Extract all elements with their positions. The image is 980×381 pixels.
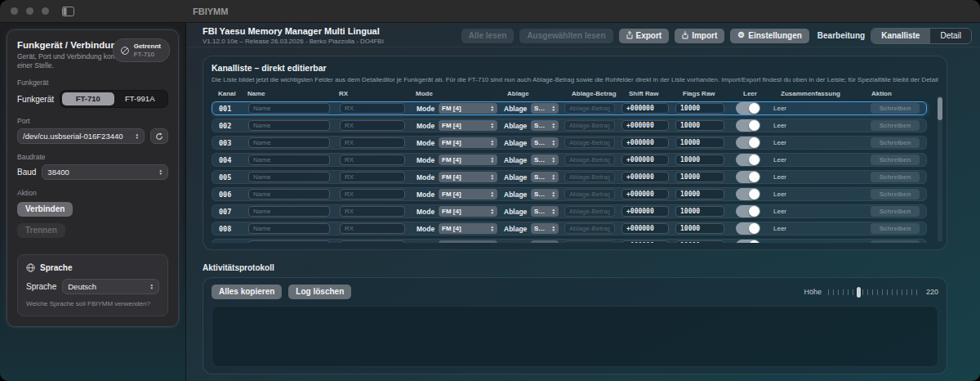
write-button[interactable]: Schreiben bbox=[871, 103, 920, 114]
shift-raw-input[interactable] bbox=[621, 223, 669, 234]
ablage-select[interactable]: S… ▲▼ bbox=[531, 120, 559, 131]
sidebar-toggle-icon[interactable] bbox=[62, 7, 74, 16]
rx-input[interactable] bbox=[340, 172, 405, 182]
name-input[interactable] bbox=[248, 189, 330, 199]
ablage-betrag-input[interactable] bbox=[564, 206, 615, 217]
leer-toggle[interactable] bbox=[736, 154, 760, 166]
mode-select[interactable]: FM [4] ▲▼ bbox=[439, 103, 497, 114]
flags-raw-input[interactable] bbox=[675, 137, 724, 148]
shift-raw-input[interactable] bbox=[621, 137, 669, 148]
table-row[interactable]: 004 Mode FM [4] ▲▼ Ablage S… ▲▼ Leer Sch… bbox=[212, 153, 927, 167]
ablage-betrag-input[interactable] bbox=[564, 172, 615, 182]
zoom-button[interactable] bbox=[42, 7, 49, 15]
ablage-select[interactable]: S… ▲▼ bbox=[531, 223, 559, 234]
rx-input[interactable] bbox=[340, 103, 405, 114]
write-button[interactable]: Schreiben bbox=[871, 223, 920, 234]
clear-log-button[interactable]: Log löschen bbox=[288, 285, 351, 299]
table-row[interactable]: 003 Mode FM [4] ▲▼ Ablage S… ▲▼ Leer Sch… bbox=[212, 136, 927, 150]
write-button[interactable]: Schreiben bbox=[871, 240, 920, 243]
mode-select[interactable]: FM [4] ▲▼ bbox=[439, 240, 497, 243]
table-scrollbar-thumb[interactable] bbox=[938, 97, 942, 120]
name-input[interactable] bbox=[248, 223, 330, 234]
ablage-betrag-input[interactable] bbox=[564, 240, 615, 243]
mode-select[interactable]: FM [4] ▲▼ bbox=[439, 206, 497, 217]
import-button[interactable]: Import bbox=[675, 29, 724, 43]
name-input[interactable] bbox=[248, 120, 330, 131]
rx-input[interactable] bbox=[340, 155, 405, 165]
flags-raw-input[interactable] bbox=[675, 240, 724, 243]
shift-raw-input[interactable] bbox=[621, 155, 669, 165]
language-select[interactable]: Deutsch ▲▼ bbox=[62, 279, 159, 294]
baud-select[interactable]: 38400 ▲▼ bbox=[42, 164, 168, 180]
device-option-ft710[interactable]: FT-710 bbox=[62, 92, 114, 105]
leer-toggle[interactable] bbox=[736, 137, 760, 149]
copy-all-button[interactable]: Alles kopieren bbox=[212, 285, 282, 299]
ablage-betrag-input[interactable] bbox=[564, 137, 615, 148]
mode-select[interactable]: FM [4] ▲▼ bbox=[439, 172, 497, 182]
shift-raw-input[interactable] bbox=[621, 189, 669, 199]
leer-toggle[interactable] bbox=[736, 171, 760, 183]
flags-raw-input[interactable] bbox=[675, 223, 724, 234]
flags-raw-input[interactable] bbox=[675, 206, 724, 217]
minimize-button[interactable] bbox=[26, 7, 33, 15]
leer-toggle[interactable] bbox=[736, 222, 760, 235]
leer-toggle[interactable] bbox=[736, 240, 760, 243]
write-button[interactable]: Schreiben bbox=[871, 206, 920, 217]
ablage-betrag-input[interactable] bbox=[564, 189, 615, 199]
tab-kanalliste[interactable]: Kanalliste bbox=[871, 29, 929, 43]
refresh-ports-button[interactable] bbox=[150, 128, 168, 144]
write-button[interactable]: Schreiben bbox=[871, 155, 920, 165]
port-select[interactable]: /dev/cu.usbserial-016F23440 ▲▼ bbox=[17, 128, 145, 144]
mode-select[interactable]: FM [4] ▲▼ bbox=[439, 120, 497, 131]
shift-raw-input[interactable] bbox=[621, 103, 669, 114]
flags-raw-input[interactable] bbox=[675, 103, 724, 114]
mode-select[interactable]: FM [4] ▲▼ bbox=[439, 137, 497, 148]
read-selected-button[interactable]: Ausgewählten lesen bbox=[519, 29, 612, 43]
rx-input[interactable] bbox=[340, 206, 405, 217]
table-row[interactable]: 007 Mode FM [4] ▲▼ Ablage S… ▲▼ Leer Sch… bbox=[212, 204, 927, 218]
ablage-betrag-input[interactable] bbox=[564, 103, 615, 114]
write-button[interactable]: Schreiben bbox=[871, 120, 920, 131]
mode-select[interactable]: FM [4] ▲▼ bbox=[439, 223, 497, 234]
settings-button[interactable]: ⚙ Einstellungen bbox=[730, 29, 809, 43]
rx-input[interactable] bbox=[340, 240, 405, 243]
name-input[interactable] bbox=[248, 103, 330, 114]
flags-raw-input[interactable] bbox=[675, 172, 724, 182]
rx-input[interactable] bbox=[340, 223, 405, 234]
name-input[interactable] bbox=[248, 240, 330, 243]
height-slider[interactable] bbox=[828, 287, 920, 298]
connect-button[interactable]: Verbinden bbox=[17, 202, 73, 217]
table-row[interactable]: 006 Mode FM [4] ▲▼ Ablage S… ▲▼ Leer Sch… bbox=[212, 187, 927, 201]
flags-raw-input[interactable] bbox=[675, 189, 724, 199]
device-option-ft991a[interactable]: FT-991A bbox=[114, 92, 166, 105]
shift-raw-input[interactable] bbox=[621, 206, 669, 217]
ablage-betrag-input[interactable] bbox=[564, 120, 615, 131]
ablage-select[interactable]: S… ▲▼ bbox=[531, 155, 559, 165]
rx-input[interactable] bbox=[340, 120, 405, 131]
table-row[interactable]: 005 Mode FM [4] ▲▼ Ablage S… ▲▼ Leer Sch… bbox=[212, 170, 927, 184]
flags-raw-input[interactable] bbox=[675, 120, 724, 131]
slider-thumb[interactable] bbox=[857, 287, 861, 298]
name-input[interactable] bbox=[248, 172, 330, 182]
ablage-betrag-input[interactable] bbox=[564, 155, 615, 165]
shift-raw-input[interactable] bbox=[621, 240, 669, 243]
leer-toggle[interactable] bbox=[736, 188, 760, 200]
table-row[interactable]: 008 Mode FM [4] ▲▼ Ablage S… ▲▼ Leer Sch… bbox=[212, 222, 927, 235]
disconnect-button[interactable]: Trennen bbox=[17, 223, 65, 238]
mode-select[interactable]: FM [4] ▲▼ bbox=[439, 189, 497, 199]
leer-toggle[interactable] bbox=[736, 102, 760, 114]
close-button[interactable] bbox=[11, 7, 18, 15]
ablage-select[interactable]: S… ▲▼ bbox=[531, 189, 559, 199]
leer-toggle[interactable] bbox=[736, 205, 760, 217]
ablage-select[interactable]: S… ▲▼ bbox=[531, 103, 559, 114]
rx-input[interactable] bbox=[340, 189, 405, 199]
mode-select[interactable]: FM [4] ▲▼ bbox=[439, 155, 497, 165]
table-row[interactable]: 002 Mode FM [4] ▲▼ Ablage S… ▲▼ Leer Sch… bbox=[212, 119, 927, 132]
ablage-select[interactable]: S… ▲▼ bbox=[531, 206, 559, 217]
name-input[interactable] bbox=[248, 137, 330, 148]
rx-input[interactable] bbox=[340, 137, 405, 148]
tab-detail[interactable]: Detail bbox=[929, 29, 971, 43]
shift-raw-input[interactable] bbox=[621, 172, 669, 182]
flags-raw-input[interactable] bbox=[675, 155, 724, 165]
name-input[interactable] bbox=[248, 206, 330, 217]
